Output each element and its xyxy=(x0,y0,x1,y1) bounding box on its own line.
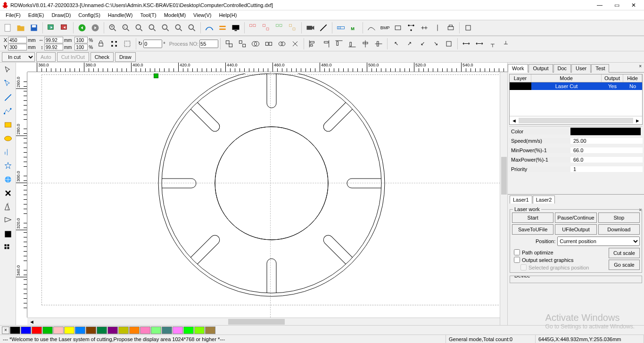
open-button[interactable] xyxy=(15,22,27,34)
menu-view[interactable]: View(V) xyxy=(190,11,215,19)
mirror-h-tool[interactable] xyxy=(1,200,15,213)
tab-user[interactable]: User xyxy=(571,64,591,73)
auto-button[interactable]: Auto xyxy=(36,52,56,62)
color-swatch[interactable] xyxy=(129,327,140,334)
color-swatch[interactable] xyxy=(86,327,96,334)
palette-close-icon[interactable]: × xyxy=(2,327,9,334)
color-swatch[interactable] xyxy=(118,327,129,334)
star-tool[interactable] xyxy=(1,159,15,172)
array4-button[interactable] xyxy=(287,22,299,34)
layer-row[interactable]: Laser Cut Yes No xyxy=(510,82,642,90)
line-tool[interactable] xyxy=(1,91,15,104)
prop-maxpower-value[interactable]: 66.0 xyxy=(570,157,643,163)
rect-set-button[interactable] xyxy=(392,22,404,34)
drawing-canvas[interactable] xyxy=(27,72,507,318)
bmp-button[interactable]: BMP xyxy=(379,22,391,34)
break-button[interactable] xyxy=(263,38,275,50)
tab-work[interactable]: Work xyxy=(508,64,528,73)
measure-button[interactable] xyxy=(335,22,347,34)
color-swatch[interactable] xyxy=(32,327,42,334)
height-input[interactable] xyxy=(44,44,63,50)
undo-button[interactable] xyxy=(76,22,88,34)
pan-button[interactable] xyxy=(186,22,198,34)
color-swatch[interactable] xyxy=(194,327,205,334)
grid-tool[interactable] xyxy=(1,241,15,254)
x-input[interactable] xyxy=(8,37,27,43)
select-tool[interactable] xyxy=(1,64,15,77)
color-swatch[interactable] xyxy=(107,327,118,334)
ufileoutput-button[interactable]: UFileOutput xyxy=(555,224,596,235)
close-tool[interactable] xyxy=(1,187,15,200)
check-button[interactable]: Check xyxy=(91,52,114,62)
tab-laser2[interactable]: Laser2 xyxy=(533,196,555,204)
fill-tool[interactable] xyxy=(1,228,15,241)
align-left-button[interactable] xyxy=(306,38,319,50)
anchor-button[interactable] xyxy=(108,38,120,50)
curve-smooth-button[interactable] xyxy=(365,22,378,34)
print-button[interactable] xyxy=(445,22,457,34)
ellipse-tool[interactable] xyxy=(1,132,15,145)
download-button[interactable]: Download xyxy=(598,224,640,235)
menu-edit[interactable]: Edit(E) xyxy=(25,11,48,19)
redo-button[interactable] xyxy=(89,22,101,34)
align-top-button[interactable] xyxy=(333,38,345,50)
camera-button[interactable] xyxy=(304,22,316,34)
space-h-button[interactable]: ┬ xyxy=(487,38,499,50)
zoom-out-button[interactable]: - xyxy=(120,22,132,34)
color-swatch[interactable] xyxy=(183,327,194,334)
pct-h-input[interactable] xyxy=(74,44,88,50)
path-optimize-checkbox[interactable] xyxy=(514,249,520,255)
preview-button[interactable] xyxy=(230,22,242,34)
align2-button[interactable] xyxy=(431,22,444,34)
show-path-button[interactable] xyxy=(203,22,215,34)
rect-tool[interactable] xyxy=(1,118,15,131)
rotate-input[interactable] xyxy=(143,40,162,48)
text-tool[interactable]: I xyxy=(1,146,15,159)
export-button[interactable] xyxy=(58,22,71,34)
zoom-in-button[interactable]: + xyxy=(107,22,119,34)
pause-button[interactable]: Pause/Continue xyxy=(555,212,596,223)
snap-button[interactable] xyxy=(462,22,474,34)
tab-output[interactable]: Output xyxy=(528,64,553,73)
arrow-bl-button[interactable]: ↙ xyxy=(416,38,429,50)
arrow-tl-button[interactable]: ↖ xyxy=(390,38,402,50)
ungroup-button[interactable] xyxy=(236,38,248,50)
menu-config[interactable]: Config(S) xyxy=(74,11,104,19)
position-select[interactable]: Current position xyxy=(557,237,640,246)
arrow-tr-button[interactable]: ↗ xyxy=(403,38,415,50)
color-swatch[interactable] xyxy=(97,327,107,334)
savetoufile-button[interactable]: SaveToUFile xyxy=(512,224,553,235)
align-center-h-button[interactable] xyxy=(359,38,372,50)
hdr-mode[interactable]: Mode xyxy=(531,74,602,82)
tab-doc[interactable]: Doc xyxy=(553,64,571,73)
polyline-tool[interactable] xyxy=(1,105,15,118)
prop-color-swatch[interactable] xyxy=(570,128,641,135)
op1-button[interactable] xyxy=(276,38,288,50)
align-center-v-button[interactable] xyxy=(372,38,385,50)
group-button[interactable] xyxy=(223,38,235,50)
m-button[interactable]: M xyxy=(348,22,360,34)
anchor2-button[interactable] xyxy=(121,38,133,50)
align-right-button[interactable] xyxy=(320,38,332,50)
cut-scale-button[interactable]: Cut scale xyxy=(609,248,640,258)
color-swatch[interactable] xyxy=(162,327,172,334)
menu-model[interactable]: Model(M) xyxy=(160,11,190,19)
arrow-br-button[interactable]: ↘ xyxy=(429,38,442,50)
maximize-button[interactable]: ▭ xyxy=(608,0,625,10)
array2-button[interactable] xyxy=(260,22,272,34)
go-scale-button[interactable]: Go scale xyxy=(609,260,640,270)
import-button[interactable] xyxy=(45,22,58,34)
output-select-checkbox[interactable] xyxy=(514,257,520,263)
mirror-v-tool[interactable] xyxy=(1,214,15,227)
new-button[interactable] xyxy=(1,22,14,34)
cut-inout-button[interactable]: Cut In/Out xyxy=(57,52,89,62)
cut-mode-select[interactable]: In cut xyxy=(2,52,35,62)
draw-button[interactable]: Draw xyxy=(115,52,136,62)
prop-minpower-value[interactable]: 66.0 xyxy=(570,147,643,153)
menu-draw[interactable]: Draw(D) xyxy=(48,11,74,19)
menu-handle[interactable]: Handle(W) xyxy=(104,11,137,19)
web-tool[interactable] xyxy=(1,173,15,186)
node-button[interactable] xyxy=(405,22,417,34)
start-button[interactable]: Start xyxy=(512,212,553,223)
close-button[interactable]: ✕ xyxy=(625,0,642,10)
